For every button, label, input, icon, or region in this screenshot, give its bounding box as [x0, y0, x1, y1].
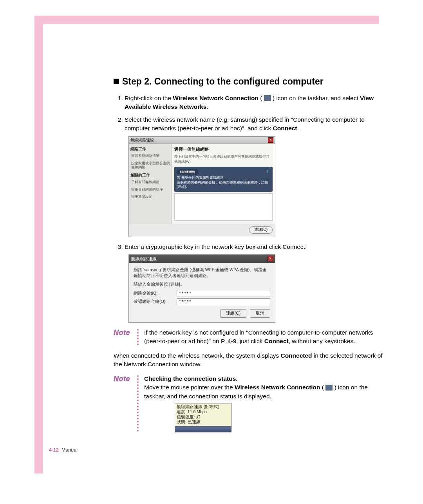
note-block-2: Note Checking the connection status. Mov…: [114, 374, 384, 432]
sidebar-item-setup[interactable]: 設定家用或小型辦公室的無線網路: [131, 161, 170, 170]
network-name: samsung: [177, 169, 199, 175]
connect-button-2[interactable]: 連線(C): [220, 309, 246, 318]
sidebar-header-1: 網路工作: [130, 146, 170, 152]
sidebar-item-learn[interactable]: 了解有關無線網路: [131, 180, 170, 184]
note-subheading: Checking the connection status.: [144, 374, 384, 383]
dialog-main: 選擇一個無線網路 按下列清單中的一個項目來連線到範圍內的無線網路或取得其他資訊(…: [172, 144, 275, 224]
decor-top-bar: [34, 16, 379, 24]
figure-connection-tooltip: 無線網路連線 (對等式) 速度: 11.0 Mbps 信號強度: 好 狀態: 已…: [175, 403, 231, 426]
step-item-1: Right-click on the Wireless Network Conn…: [125, 94, 384, 112]
figure-taskbar-tray: [175, 426, 231, 432]
tooltip-line-3: 信號強度: 好: [177, 414, 230, 419]
dialog2-buttons: 連線(C) 取消: [134, 309, 270, 318]
square-bullet-icon: [114, 79, 119, 84]
choose-network-heading: 選擇一個無線網路: [174, 146, 273, 153]
dialog2-titlebar: 無線網路連線 ×: [129, 255, 275, 263]
dialog-titlebar: 無線網路連線 ×: [129, 137, 275, 144]
dialog-button-row: 連線(C): [129, 224, 275, 237]
key-instruction-2: 請鍵入金鑰然後按 [連線]。: [134, 281, 270, 287]
network-entry-selected[interactable]: samsung ıllı 需 無安全性的電腦對電腦網路 這個網路需要有網路金鑰。…: [174, 167, 273, 192]
sidebar-header-2: 相關的工作: [130, 173, 170, 178]
page-content: Step 2. Connecting to the configured com…: [114, 76, 384, 436]
connected-paragraph: When connected to the wireless network, …: [114, 351, 384, 369]
network-key-label: 網路金鑰(K):: [134, 290, 177, 296]
step-list: Right-click on the Wireless Network Conn…: [114, 94, 384, 323]
step-item-2: Select the wireless network name (e.g. s…: [125, 115, 384, 237]
dialog-title: 無線網路連線: [130, 137, 154, 143]
signal-bars-icon: ıllı: [266, 169, 269, 174]
decor-left-bar: [34, 16, 43, 473]
note-text-2: Checking the connection status. Move the…: [144, 374, 384, 432]
close-icon[interactable]: ×: [268, 137, 273, 143]
cancel-button[interactable]: 取消: [250, 309, 270, 318]
network-list-empty: [174, 193, 273, 221]
sidebar-item-advanced[interactable]: 變更進階設定: [131, 194, 170, 199]
step-heading: Step 2. Connecting to the configured com…: [114, 76, 384, 87]
note-label-icon: Note: [114, 374, 137, 432]
note-label-icon: Note: [114, 328, 137, 346]
note-block-1: Note If the network key is not configure…: [114, 328, 384, 346]
figure-network-key-dialog: 無線網路連線 × 網路 'samsung' 要求網路金鑰 (也稱為 WEP 金鑰…: [128, 254, 275, 323]
close-icon[interactable]: ×: [268, 256, 273, 261]
key-instruction-1: 網路 'samsung' 要求網路金鑰 (也稱為 WEP 金鑰或 WPA 金鑰)…: [134, 267, 270, 278]
wireless-connection-icon: [325, 385, 333, 391]
footer-label: Manual: [61, 447, 78, 453]
dialog2-title: 無線網路連線: [131, 256, 157, 262]
choose-network-subtext: 按下列清單中的一個項目來連線到範圍內的無線網路或取得其他資訊(W): [174, 154, 273, 164]
note-text-1: If the network key is not configured in …: [144, 328, 384, 346]
page-footer: 4-12 Manual: [49, 447, 78, 453]
figure-wireless-networks-dialog: 無線網路連線 × 網路工作 重新整理網路清單 設定家用或小型辦公室的無線網路 相…: [128, 136, 275, 237]
connect-button[interactable]: 連線(C): [249, 226, 273, 234]
dotted-divider-icon: [137, 375, 141, 432]
confirm-key-label: 確認網路金鑰(O):: [134, 299, 177, 304]
dialog-sidebar: 網路工作 重新整理網路清單 設定家用或小型辦公室的無線網路 相關的工作 了解有關…: [129, 144, 172, 224]
wireless-connection-icon: [264, 95, 271, 101]
confirm-key-input[interactable]: *****: [177, 298, 270, 305]
tooltip-line-2: 速度: 11.0 Mbps: [177, 409, 230, 414]
page-number: 4-12: [49, 447, 59, 453]
step-item-3: Enter a cryptographic key in the network…: [125, 243, 384, 323]
sidebar-item-refresh[interactable]: 重新整理網路清單: [131, 154, 170, 158]
tooltip-line-1: 無線網路連線 (對等式): [177, 404, 230, 409]
network-security-line: 需 無安全性的電腦對電腦網路: [177, 176, 270, 180]
tooltip-line-4: 狀態: 已連線: [177, 419, 230, 425]
network-key-input[interactable]: *****: [177, 290, 270, 297]
dotted-divider-icon: [137, 329, 141, 345]
sidebar-item-order[interactable]: 變更喜好網路的順序: [131, 187, 170, 192]
network-hint-line: 這個網路需要有網路金鑰。如果您要連線到這個網路，請按 [連線]。: [177, 180, 270, 189]
